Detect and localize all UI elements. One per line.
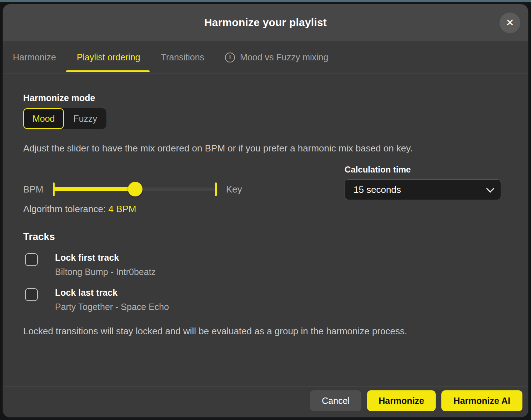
bpm-key-slider-row: BPM Key xyxy=(23,181,273,198)
modal-header: Harmonize your playlist ✕ xyxy=(3,4,528,41)
locked-transitions-note: Locked transitions will stay locked and … xyxy=(23,326,509,337)
bpm-key-slider[interactable] xyxy=(53,181,217,198)
calculation-time-select[interactable]: 15 seconds xyxy=(345,179,501,200)
tab-transitions[interactable]: Transitions xyxy=(161,41,204,74)
algorithm-tolerance-value: 4 BPM xyxy=(108,204,136,214)
background-app-strip xyxy=(0,0,531,2)
lock-first-track-checkbox[interactable] xyxy=(25,253,38,266)
lock-first-track-label: Lock first track xyxy=(55,252,119,263)
tab-playlist-ordering[interactable]: Playlist ordering xyxy=(77,41,140,74)
slider-key-label: Key xyxy=(226,184,242,195)
close-button[interactable]: ✕ xyxy=(500,12,520,33)
chevron-down-icon xyxy=(486,185,495,193)
tab-bar: Harmonize Playlist ordering Transitions … xyxy=(3,41,528,74)
mode-option-mood[interactable]: Mood xyxy=(23,108,64,129)
harmonize-ai-button[interactable]: Harmonize AI xyxy=(441,390,522,411)
algorithm-tolerance: Algorithm tolerance: 4 BPM xyxy=(23,204,136,215)
calculation-time-label: Calculation time xyxy=(345,165,411,175)
first-track-name: Biltong Bump - Intr0beatz xyxy=(55,267,156,277)
harmonize-mode-heading: Harmonize mode xyxy=(23,93,95,103)
tab-label: Playlist ordering xyxy=(77,52,140,62)
lock-last-track-label: Lock last track xyxy=(55,288,117,298)
info-icon: i xyxy=(225,52,235,62)
harmonize-mode-toggle: Mood Fuzzy xyxy=(23,108,106,129)
cancel-button[interactable]: Cancel xyxy=(310,390,361,411)
modal-footer: Cancel Harmonize Harmonize AI xyxy=(3,386,528,417)
algorithm-tolerance-label: Algorithm tolerance: xyxy=(23,204,106,214)
mode-option-fuzzy[interactable]: Fuzzy xyxy=(64,108,106,129)
lock-last-track-checkbox[interactable] xyxy=(25,288,38,301)
slider-bpm-label: BPM xyxy=(23,184,43,195)
tab-label: Transitions xyxy=(161,52,204,62)
slider-thumb[interactable] xyxy=(128,182,142,196)
modal-title: Harmonize your playlist xyxy=(204,16,327,29)
harmonize-playlist-modal: Harmonize your playlist ✕ Harmonize Play… xyxy=(3,4,528,417)
slider-right-tick xyxy=(215,182,217,196)
last-track-name: Party Together - Space Echo xyxy=(55,302,169,312)
slider-empty-track xyxy=(135,188,215,191)
close-icon: ✕ xyxy=(506,12,514,33)
slider-description: Adjust the slider to have the mix ordere… xyxy=(23,143,502,154)
modal-body: Harmonize mode Mood Fuzzy Adjust the sli… xyxy=(3,74,528,386)
calculation-time-value: 15 seconds xyxy=(354,184,486,195)
tracks-heading: Tracks xyxy=(23,231,55,242)
tab-label: Harmonize xyxy=(13,52,56,62)
tab-harmonize[interactable]: Harmonize xyxy=(13,41,56,74)
slider-filled-track xyxy=(54,187,135,191)
tab-mood-vs-fuzzy-mixing[interactable]: i Mood vs Fuzzy mixing xyxy=(225,41,328,74)
tab-label: Mood vs Fuzzy mixing xyxy=(240,52,328,62)
harmonize-button[interactable]: Harmonize xyxy=(367,390,436,411)
